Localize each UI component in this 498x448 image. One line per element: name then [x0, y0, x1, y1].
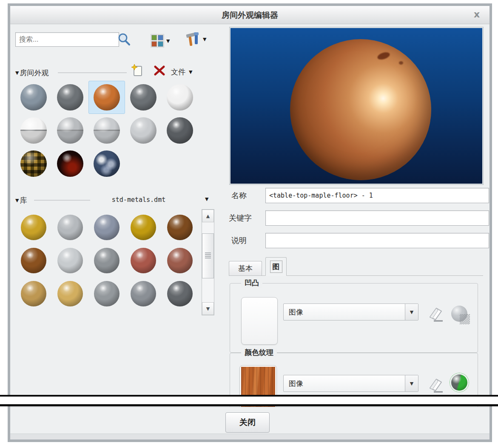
- tools-menu-button[interactable]: ▼: [185, 31, 206, 48]
- color-texture-clear-button[interactable]: [427, 376, 444, 394]
- library-swatch[interactable]: [162, 244, 198, 277]
- name-input[interactable]: [265, 188, 489, 203]
- close-icon[interactable]: x: [471, 9, 483, 20]
- library-swatch[interactable]: [15, 211, 52, 244]
- eraser-icon: [427, 305, 444, 323]
- library-swatch[interactable]: [15, 244, 52, 277]
- scrollbar-thumb[interactable]: [202, 233, 214, 278]
- chevron-down-icon: ▼: [166, 38, 170, 44]
- material-sphere: [167, 281, 193, 306]
- room-swatch[interactable]: [52, 81, 88, 114]
- material-sphere: [131, 281, 156, 306]
- divider: [34, 200, 90, 201]
- gallery-view-button[interactable]: ▼: [151, 34, 170, 48]
- room-swatch[interactable]: [88, 147, 125, 180]
- material-sphere: [131, 215, 156, 240]
- library-swatch[interactable]: [162, 211, 198, 244]
- room-swatch[interactable]: [162, 114, 198, 147]
- library-swatch[interactable]: [52, 244, 88, 277]
- tools-icon: [185, 31, 201, 48]
- material-sphere: [21, 215, 46, 240]
- library-swatch[interactable]: [52, 211, 88, 244]
- room-swatch[interactable]: [88, 114, 125, 147]
- library-swatch[interactable]: [162, 277, 198, 310]
- library-swatch[interactable]: [125, 211, 162, 244]
- gallery-grid-icon: [151, 34, 164, 48]
- library-swatch[interactable]: [125, 244, 162, 277]
- dialog-title: 房间外观编辑器: [10, 6, 489, 24]
- bump-clear-button[interactable]: [427, 305, 444, 323]
- color-texture-map-type-value: 图像: [284, 379, 405, 388]
- material-sphere: [57, 150, 83, 177]
- material-sphere: [167, 248, 193, 273]
- bump-texture-thumbnail[interactable]: [241, 297, 278, 345]
- splice-line-bottom: [0, 404, 498, 406]
- file-menu-button[interactable]: 文件 ▼: [171, 67, 192, 77]
- room-swatch[interactable]: [125, 81, 162, 114]
- library-swatch[interactable]: [52, 277, 88, 310]
- material-sphere: [57, 215, 83, 240]
- new-appearance-button[interactable]: [131, 64, 144, 79]
- material-sphere: [20, 150, 47, 177]
- color-texture-sphere-toggle-active[interactable]: [451, 374, 467, 391]
- splice-gap: [0, 397, 498, 404]
- color-texture-legend: 颜色纹理: [241, 348, 277, 357]
- search-input[interactable]: [15, 32, 119, 47]
- room-swatch[interactable]: [15, 81, 52, 114]
- room-swatch[interactable]: [52, 114, 88, 147]
- room-appearances-header[interactable]: ▼ 房间外观: [15, 67, 48, 78]
- search-button[interactable]: [117, 32, 132, 48]
- material-sphere: [21, 281, 46, 306]
- keywords-input[interactable]: [265, 210, 489, 226]
- bump-map-type-value: 图像: [284, 307, 405, 317]
- room-swatch[interactable]: [52, 147, 88, 180]
- room-appearances-label: 房间外观: [20, 68, 48, 78]
- appearance-editor-dialog: 房间外观编辑器 x ▼ ▼ ▼ 房间外观: [8, 3, 492, 442]
- library-file-caret-icon[interactable]: ▼: [205, 196, 208, 202]
- delete-x-icon: [153, 65, 166, 77]
- texture-blemish: [376, 51, 390, 61]
- material-sphere: [94, 281, 120, 306]
- name-label: 名称: [231, 190, 247, 201]
- library-scrollbar[interactable]: ▲ ▼: [202, 209, 214, 315]
- room-swatch[interactable]: [15, 147, 52, 180]
- tab-map[interactable]: 图: [265, 257, 287, 276]
- preview-sphere: [290, 39, 431, 180]
- material-sphere: [57, 84, 83, 111]
- tab-basic[interactable]: 基本: [229, 261, 262, 276]
- titlebar: 房间外观编辑器 x: [10, 6, 489, 24]
- material-preview-canvas[interactable]: [230, 27, 483, 184]
- material-sphere: [21, 248, 46, 273]
- scroll-down-icon[interactable]: ▼: [202, 302, 214, 315]
- material-sphere: [94, 117, 120, 144]
- room-swatch[interactable]: [162, 81, 198, 114]
- library-swatch[interactable]: [88, 277, 125, 310]
- description-input[interactable]: [265, 233, 489, 248]
- library-swatch[interactable]: [15, 277, 52, 310]
- library-header[interactable]: ▼ 库: [15, 195, 27, 206]
- delete-appearance-button[interactable]: [153, 65, 166, 79]
- room-swatch[interactable]: [125, 114, 162, 147]
- color-texture-map-type-select[interactable]: 图像 ▼: [283, 375, 418, 392]
- chevron-down-icon: ▼: [203, 37, 206, 42]
- room-swatch[interactable]: [15, 114, 52, 147]
- library-file-select[interactable]: std-metals.dmt: [92, 196, 185, 204]
- keywords-label: 关键字: [229, 213, 252, 223]
- description-label: 说明: [231, 235, 247, 246]
- room-swatch-selected[interactable]: [88, 81, 125, 114]
- scroll-up-icon[interactable]: ▲: [202, 210, 214, 222]
- library-swatch[interactable]: [125, 277, 162, 310]
- library-swatch[interactable]: [88, 211, 125, 244]
- material-sphere: [130, 117, 157, 144]
- chevron-down-icon: ▼: [405, 375, 418, 391]
- bump-map-type-select[interactable]: 图像 ▼: [283, 303, 418, 320]
- library-swatch[interactable]: [88, 244, 125, 277]
- close-dialog-button[interactable]: 关闭: [225, 412, 270, 433]
- material-sphere: [20, 84, 47, 111]
- material-sphere: [57, 248, 83, 273]
- material-sphere: [20, 117, 47, 144]
- texture-blemish: [399, 61, 403, 65]
- eraser-icon: [427, 376, 444, 394]
- material-sphere: [57, 281, 83, 306]
- bump-sphere-toggle-disabled: [451, 306, 467, 322]
